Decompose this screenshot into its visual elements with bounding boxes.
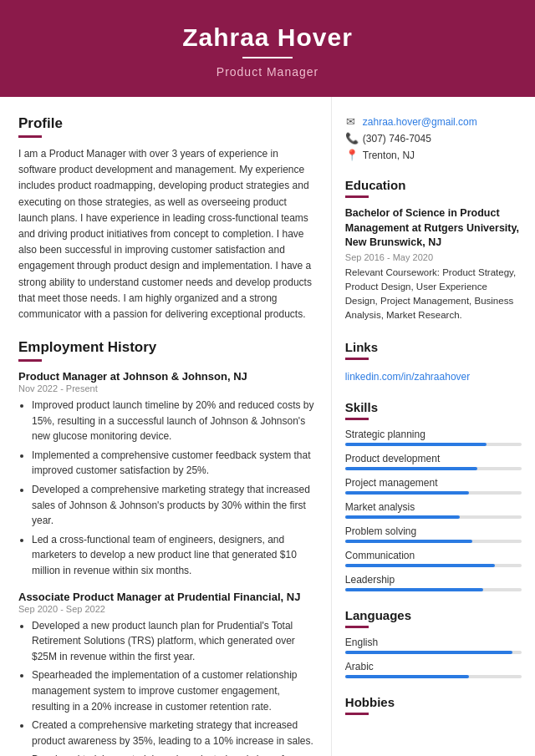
education-section: Education Bachelor of Science in Product… bbox=[345, 178, 522, 323]
language-item: Arabic bbox=[345, 661, 522, 678]
skill-bar-bg bbox=[345, 491, 522, 495]
skill-label: Leadership bbox=[345, 574, 522, 586]
edu-coursework: Relevant Coursework: Product Strategy, P… bbox=[345, 266, 522, 323]
profile-title: Profile bbox=[18, 115, 314, 132]
list-item: Developed a comprehensive marketing stra… bbox=[32, 482, 314, 529]
skill-bar-bg bbox=[345, 443, 522, 446]
employment-section: Employment History Product Manager at Jo… bbox=[18, 339, 314, 756]
contact-location: 📍 Trenton, NJ bbox=[345, 149, 522, 161]
phone-text: (307) 746-7045 bbox=[363, 133, 431, 145]
list-item: Created a comprehensive marketing strate… bbox=[32, 718, 314, 748]
list-item: Implemented a comprehensive customer fee… bbox=[32, 448, 314, 479]
links-divider bbox=[345, 358, 369, 360]
phone-icon: 📞 bbox=[345, 132, 357, 145]
skill-bar-fill bbox=[345, 491, 469, 495]
list-item: Spearheaded the implementation of a cust… bbox=[32, 667, 314, 714]
language-bar-bg bbox=[345, 675, 522, 678]
skill-item: Leadership bbox=[345, 574, 522, 591]
skill-bar-fill bbox=[345, 467, 477, 470]
skill-bar-bg bbox=[345, 588, 522, 591]
contact-section: ✉ zahraa.hover@gmail.com 📞 (307) 746-704… bbox=[345, 115, 522, 161]
contact-email: ✉ zahraa.hover@gmail.com bbox=[345, 115, 522, 128]
job-2-date: Sep 2020 - Sep 2022 bbox=[18, 604, 314, 614]
hobbies-divider bbox=[345, 713, 369, 715]
edu-date: Sep 2016 - May 2020 bbox=[345, 252, 522, 262]
email-link[interactable]: zahraa.hover@gmail.com bbox=[363, 116, 477, 128]
skill-label: Market analysis bbox=[345, 501, 522, 513]
skill-label: Strategic planning bbox=[345, 429, 522, 440]
language-item: English bbox=[345, 637, 522, 654]
education-divider bbox=[345, 195, 369, 198]
job-1-bullets: Improved product launch timeline by 20% … bbox=[18, 398, 314, 579]
skill-bar-fill bbox=[345, 515, 460, 519]
skill-bar-fill bbox=[345, 443, 487, 446]
list-item: Led a cross-functional team of engineers… bbox=[32, 532, 314, 579]
linkedin-link-item: linkedin.com/in/zahraahover bbox=[345, 368, 522, 383]
job-1-title: Product Manager at Johnson & Johnson, NJ bbox=[18, 370, 314, 383]
candidate-name: Zahraa Hover bbox=[17, 23, 518, 52]
skills-section: Skills Strategic planning Product develo… bbox=[345, 400, 522, 591]
languages-title: Languages bbox=[345, 608, 522, 622]
skill-label: Product development bbox=[345, 453, 522, 464]
job-2-title: Associate Product Manager at Prudential … bbox=[18, 591, 314, 603]
language-bar-fill bbox=[345, 651, 513, 654]
language-label: Arabic bbox=[345, 661, 522, 672]
resume-body: Profile I am a Product Manager with over… bbox=[0, 97, 535, 756]
profile-divider bbox=[18, 135, 42, 138]
contact-phone: 📞 (307) 746-7045 bbox=[345, 132, 522, 145]
language-label: English bbox=[345, 637, 522, 648]
right-column: ✉ zahraa.hover@gmail.com 📞 (307) 746-704… bbox=[332, 97, 535, 756]
links-title: Links bbox=[345, 340, 522, 354]
hobbies-section: Hobbies bbox=[345, 695, 522, 715]
education-title: Education bbox=[345, 178, 522, 192]
list-item: Improved product launch timeline by 20% … bbox=[32, 398, 314, 444]
links-section: Links linkedin.com/in/zahraahover bbox=[345, 340, 522, 383]
candidate-title: Product Manager bbox=[17, 65, 518, 79]
language-bar-bg bbox=[345, 651, 522, 654]
list-item: Developed training materials and conduct… bbox=[32, 752, 314, 756]
languages-list: English Arabic bbox=[345, 637, 522, 678]
skill-item: Communication bbox=[345, 550, 522, 567]
profile-section: Profile I am a Product Manager with over… bbox=[18, 115, 314, 322]
left-column: Profile I am a Product Manager with over… bbox=[0, 97, 332, 756]
skill-item: Product development bbox=[345, 453, 522, 470]
linkedin-link[interactable]: linkedin.com/in/zahraahover bbox=[345, 371, 470, 383]
employment-divider bbox=[18, 359, 42, 362]
email-icon: ✉ bbox=[345, 115, 357, 128]
skill-bar-bg bbox=[345, 540, 522, 543]
skill-bar-fill bbox=[345, 564, 496, 567]
skills-divider bbox=[345, 418, 369, 420]
skill-label: Problem solving bbox=[345, 525, 522, 537]
skill-label: Communication bbox=[345, 550, 522, 561]
skill-item: Project management bbox=[345, 477, 522, 495]
resume-container: Zahraa Hover Product Manager Profile I a… bbox=[0, 0, 535, 756]
skill-item: Market analysis bbox=[345, 501, 522, 519]
skill-item: Problem solving bbox=[345, 525, 522, 543]
hobbies-title: Hobbies bbox=[345, 695, 522, 709]
job-1-date: Nov 2022 - Present bbox=[18, 383, 314, 393]
employment-title: Employment History bbox=[18, 339, 314, 356]
location-icon: 📍 bbox=[345, 149, 357, 161]
languages-divider bbox=[345, 626, 369, 628]
languages-section: Languages English Arabic bbox=[345, 608, 522, 678]
location-text: Trenton, NJ bbox=[363, 150, 415, 161]
language-bar-fill bbox=[345, 675, 469, 678]
header-divider bbox=[242, 57, 293, 58]
resume-header: Zahraa Hover Product Manager bbox=[0, 0, 535, 97]
skills-list: Strategic planning Product development P… bbox=[345, 429, 522, 591]
skill-bar-fill bbox=[345, 588, 483, 591]
skill-item: Strategic planning bbox=[345, 429, 522, 446]
skills-title: Skills bbox=[345, 400, 522, 414]
skill-label: Project management bbox=[345, 477, 522, 489]
skill-bar-fill bbox=[345, 540, 472, 543]
job-2-bullets: Developed a new product launch plan for … bbox=[18, 618, 314, 756]
skill-bar-bg bbox=[345, 564, 522, 567]
job-2: Associate Product Manager at Prudential … bbox=[18, 591, 314, 756]
skill-bar-bg bbox=[345, 515, 522, 519]
job-1: Product Manager at Johnson & Johnson, NJ… bbox=[18, 370, 314, 579]
edu-degree: Bachelor of Science in Product Managemen… bbox=[345, 206, 522, 251]
profile-text: I am a Product Manager with over 3 years… bbox=[18, 146, 314, 322]
list-item: Developed a new product launch plan for … bbox=[32, 618, 314, 665]
skill-bar-bg bbox=[345, 467, 522, 470]
